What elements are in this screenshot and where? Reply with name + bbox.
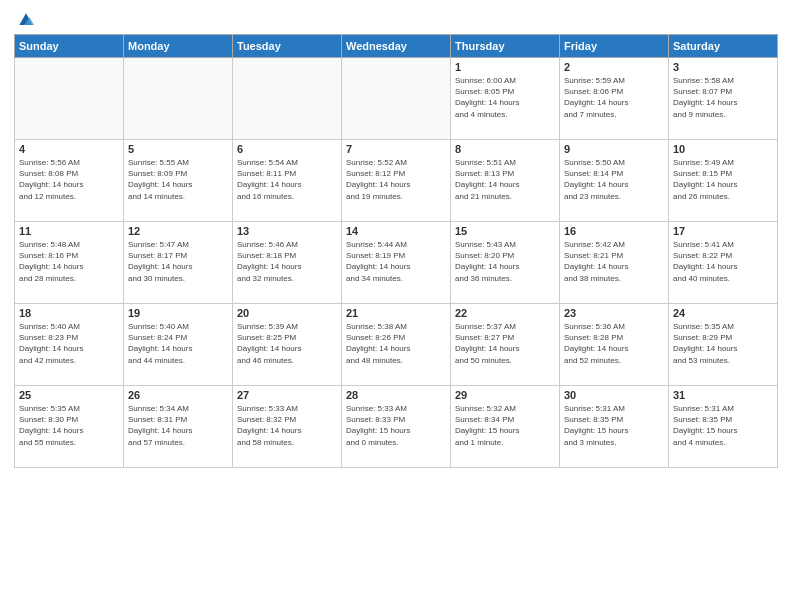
day-number: 20 xyxy=(237,307,337,319)
weekday-header-monday: Monday xyxy=(124,35,233,58)
header xyxy=(14,10,778,26)
day-number: 1 xyxy=(455,61,555,73)
calendar-cell xyxy=(124,58,233,140)
calendar-cell: 3Sunrise: 5:58 AM Sunset: 8:07 PM Daylig… xyxy=(669,58,778,140)
day-number: 22 xyxy=(455,307,555,319)
calendar-cell: 21Sunrise: 5:38 AM Sunset: 8:26 PM Dayli… xyxy=(342,304,451,386)
day-info: Sunrise: 5:31 AM Sunset: 8:35 PM Dayligh… xyxy=(564,403,664,448)
day-number: 9 xyxy=(564,143,664,155)
day-number: 31 xyxy=(673,389,773,401)
calendar-cell: 27Sunrise: 5:33 AM Sunset: 8:32 PM Dayli… xyxy=(233,386,342,468)
day-info: Sunrise: 5:46 AM Sunset: 8:18 PM Dayligh… xyxy=(237,239,337,284)
day-info: Sunrise: 5:35 AM Sunset: 8:29 PM Dayligh… xyxy=(673,321,773,366)
week-row-0: 1Sunrise: 6:00 AM Sunset: 8:05 PM Daylig… xyxy=(15,58,778,140)
day-number: 17 xyxy=(673,225,773,237)
logo xyxy=(14,10,36,26)
weekday-header-sunday: Sunday xyxy=(15,35,124,58)
calendar-cell: 5Sunrise: 5:55 AM Sunset: 8:09 PM Daylig… xyxy=(124,140,233,222)
day-info: Sunrise: 5:40 AM Sunset: 8:23 PM Dayligh… xyxy=(19,321,119,366)
day-info: Sunrise: 5:43 AM Sunset: 8:20 PM Dayligh… xyxy=(455,239,555,284)
day-number: 18 xyxy=(19,307,119,319)
week-row-4: 25Sunrise: 5:35 AM Sunset: 8:30 PM Dayli… xyxy=(15,386,778,468)
day-info: Sunrise: 5:58 AM Sunset: 8:07 PM Dayligh… xyxy=(673,75,773,120)
weekday-header-friday: Friday xyxy=(560,35,669,58)
calendar-cell: 2Sunrise: 5:59 AM Sunset: 8:06 PM Daylig… xyxy=(560,58,669,140)
day-info: Sunrise: 5:32 AM Sunset: 8:34 PM Dayligh… xyxy=(455,403,555,448)
calendar-cell xyxy=(342,58,451,140)
calendar-table: SundayMondayTuesdayWednesdayThursdayFrid… xyxy=(14,34,778,468)
day-info: Sunrise: 5:42 AM Sunset: 8:21 PM Dayligh… xyxy=(564,239,664,284)
day-info: Sunrise: 5:31 AM Sunset: 8:35 PM Dayligh… xyxy=(673,403,773,448)
calendar-cell: 4Sunrise: 5:56 AM Sunset: 8:08 PM Daylig… xyxy=(15,140,124,222)
calendar-cell: 6Sunrise: 5:54 AM Sunset: 8:11 PM Daylig… xyxy=(233,140,342,222)
day-number: 19 xyxy=(128,307,228,319)
day-number: 25 xyxy=(19,389,119,401)
day-number: 16 xyxy=(564,225,664,237)
day-info: Sunrise: 5:33 AM Sunset: 8:33 PM Dayligh… xyxy=(346,403,446,448)
calendar-cell: 15Sunrise: 5:43 AM Sunset: 8:20 PM Dayli… xyxy=(451,222,560,304)
day-info: Sunrise: 5:38 AM Sunset: 8:26 PM Dayligh… xyxy=(346,321,446,366)
day-number: 27 xyxy=(237,389,337,401)
calendar-cell: 29Sunrise: 5:32 AM Sunset: 8:34 PM Dayli… xyxy=(451,386,560,468)
day-info: Sunrise: 5:37 AM Sunset: 8:27 PM Dayligh… xyxy=(455,321,555,366)
weekday-header-thursday: Thursday xyxy=(451,35,560,58)
weekday-header-wednesday: Wednesday xyxy=(342,35,451,58)
calendar-cell: 23Sunrise: 5:36 AM Sunset: 8:28 PM Dayli… xyxy=(560,304,669,386)
calendar-cell xyxy=(15,58,124,140)
calendar-cell: 18Sunrise: 5:40 AM Sunset: 8:23 PM Dayli… xyxy=(15,304,124,386)
weekday-header-tuesday: Tuesday xyxy=(233,35,342,58)
day-number: 7 xyxy=(346,143,446,155)
calendar-cell: 17Sunrise: 5:41 AM Sunset: 8:22 PM Dayli… xyxy=(669,222,778,304)
calendar-cell: 26Sunrise: 5:34 AM Sunset: 8:31 PM Dayli… xyxy=(124,386,233,468)
logo-icon xyxy=(16,10,36,30)
day-info: Sunrise: 5:44 AM Sunset: 8:19 PM Dayligh… xyxy=(346,239,446,284)
day-number: 8 xyxy=(455,143,555,155)
day-info: Sunrise: 5:36 AM Sunset: 8:28 PM Dayligh… xyxy=(564,321,664,366)
day-number: 4 xyxy=(19,143,119,155)
week-row-3: 18Sunrise: 5:40 AM Sunset: 8:23 PM Dayli… xyxy=(15,304,778,386)
day-number: 29 xyxy=(455,389,555,401)
calendar-body: 1Sunrise: 6:00 AM Sunset: 8:05 PM Daylig… xyxy=(15,58,778,468)
day-info: Sunrise: 5:59 AM Sunset: 8:06 PM Dayligh… xyxy=(564,75,664,120)
page: SundayMondayTuesdayWednesdayThursdayFrid… xyxy=(0,0,792,612)
week-row-1: 4Sunrise: 5:56 AM Sunset: 8:08 PM Daylig… xyxy=(15,140,778,222)
day-info: Sunrise: 5:51 AM Sunset: 8:13 PM Dayligh… xyxy=(455,157,555,202)
day-info: Sunrise: 5:55 AM Sunset: 8:09 PM Dayligh… xyxy=(128,157,228,202)
day-number: 14 xyxy=(346,225,446,237)
calendar-cell: 1Sunrise: 6:00 AM Sunset: 8:05 PM Daylig… xyxy=(451,58,560,140)
day-number: 26 xyxy=(128,389,228,401)
day-number: 5 xyxy=(128,143,228,155)
day-number: 30 xyxy=(564,389,664,401)
day-info: Sunrise: 5:54 AM Sunset: 8:11 PM Dayligh… xyxy=(237,157,337,202)
day-info: Sunrise: 5:40 AM Sunset: 8:24 PM Dayligh… xyxy=(128,321,228,366)
calendar-cell: 24Sunrise: 5:35 AM Sunset: 8:29 PM Dayli… xyxy=(669,304,778,386)
day-info: Sunrise: 5:49 AM Sunset: 8:15 PM Dayligh… xyxy=(673,157,773,202)
calendar-cell: 25Sunrise: 5:35 AM Sunset: 8:30 PM Dayli… xyxy=(15,386,124,468)
calendar-cell: 11Sunrise: 5:48 AM Sunset: 8:16 PM Dayli… xyxy=(15,222,124,304)
day-number: 10 xyxy=(673,143,773,155)
day-number: 11 xyxy=(19,225,119,237)
day-info: Sunrise: 5:33 AM Sunset: 8:32 PM Dayligh… xyxy=(237,403,337,448)
day-info: Sunrise: 5:35 AM Sunset: 8:30 PM Dayligh… xyxy=(19,403,119,448)
calendar-cell: 12Sunrise: 5:47 AM Sunset: 8:17 PM Dayli… xyxy=(124,222,233,304)
calendar-cell xyxy=(233,58,342,140)
day-info: Sunrise: 5:50 AM Sunset: 8:14 PM Dayligh… xyxy=(564,157,664,202)
calendar-cell: 7Sunrise: 5:52 AM Sunset: 8:12 PM Daylig… xyxy=(342,140,451,222)
day-info: Sunrise: 5:39 AM Sunset: 8:25 PM Dayligh… xyxy=(237,321,337,366)
weekday-header-row: SundayMondayTuesdayWednesdayThursdayFrid… xyxy=(15,35,778,58)
calendar-cell: 30Sunrise: 5:31 AM Sunset: 8:35 PM Dayli… xyxy=(560,386,669,468)
calendar-cell: 19Sunrise: 5:40 AM Sunset: 8:24 PM Dayli… xyxy=(124,304,233,386)
day-info: Sunrise: 5:56 AM Sunset: 8:08 PM Dayligh… xyxy=(19,157,119,202)
calendar-cell: 10Sunrise: 5:49 AM Sunset: 8:15 PM Dayli… xyxy=(669,140,778,222)
day-number: 24 xyxy=(673,307,773,319)
weekday-header-saturday: Saturday xyxy=(669,35,778,58)
calendar-cell: 20Sunrise: 5:39 AM Sunset: 8:25 PM Dayli… xyxy=(233,304,342,386)
day-info: Sunrise: 5:41 AM Sunset: 8:22 PM Dayligh… xyxy=(673,239,773,284)
calendar-cell: 28Sunrise: 5:33 AM Sunset: 8:33 PM Dayli… xyxy=(342,386,451,468)
day-number: 13 xyxy=(237,225,337,237)
day-info: Sunrise: 5:47 AM Sunset: 8:17 PM Dayligh… xyxy=(128,239,228,284)
day-number: 15 xyxy=(455,225,555,237)
week-row-2: 11Sunrise: 5:48 AM Sunset: 8:16 PM Dayli… xyxy=(15,222,778,304)
day-info: Sunrise: 5:52 AM Sunset: 8:12 PM Dayligh… xyxy=(346,157,446,202)
calendar-cell: 16Sunrise: 5:42 AM Sunset: 8:21 PM Dayli… xyxy=(560,222,669,304)
